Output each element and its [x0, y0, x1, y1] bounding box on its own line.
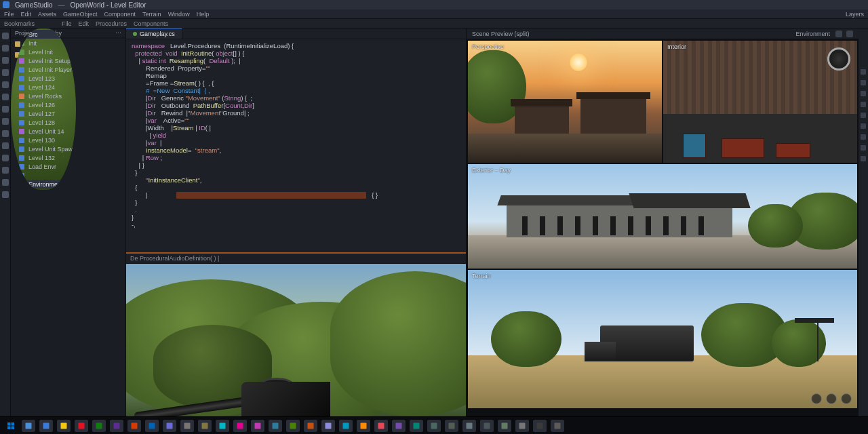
menu-terrain[interactable]: Terrain [142, 11, 161, 18]
taskbar-notepad-icon[interactable] [445, 420, 458, 432]
tb2-bookmarks[interactable]: Bookmarks [4, 20, 35, 27]
taskbar-search-icon[interactable] [22, 420, 35, 432]
taskbar-vlc-icon[interactable] [357, 420, 370, 432]
menu-edit[interactable]: Edit [21, 11, 32, 18]
taskbar-cortana-icon[interactable] [39, 420, 53, 432]
taskbar-terminal-icon[interactable] [392, 420, 406, 432]
taskbar-photoshop-icon[interactable] [304, 420, 317, 432]
dock-icon[interactable] [861, 123, 866, 129]
taskbar-edge-icon[interactable] [75, 420, 88, 432]
nav-icon[interactable] [2, 155, 9, 161]
preview-tool-settings-icon[interactable] [846, 31, 853, 37]
viewport-interior[interactable]: Interior [663, 41, 857, 163]
dock-icon[interactable] [861, 69, 866, 75]
viewport-first-person[interactable]: RIOVTUABE [126, 263, 466, 416]
dock-icon[interactable] [861, 156, 866, 161]
taskbar-ppt-icon[interactable] [163, 420, 176, 432]
taskbar-git-icon[interactable] [515, 420, 529, 432]
menu-window[interactable]: Window [168, 11, 190, 18]
build-icon[interactable] [2, 94, 9, 100]
scm-icon[interactable] [2, 57, 9, 64]
taskbar-firefox-icon[interactable] [286, 420, 300, 432]
taskbar-teams-icon[interactable] [480, 420, 494, 432]
taskbar-discord-icon[interactable] [251, 420, 264, 432]
menu-component[interactable]: Component [104, 11, 136, 18]
taskbar-unity-icon[interactable] [198, 420, 212, 432]
taskbar-word-icon[interactable] [127, 420, 141, 432]
side-panel-more-icon[interactable]: ⋯ [115, 30, 121, 37]
tree-item[interactable]: Level 130 [11, 136, 76, 144]
dock-icon[interactable] [861, 113, 866, 118]
taskbar-explorer-icon[interactable] [57, 420, 71, 432]
taskbar-obs-icon[interactable] [339, 420, 353, 432]
viewport-exterior-day[interactable]: Exterior – Day [468, 164, 857, 269]
tree-item[interactable]: Level Rocks [11, 92, 76, 100]
tree-item[interactable] [11, 171, 76, 180]
tree-item[interactable]: Level Init Setup [11, 56, 76, 65]
taskbar-settings-icon[interactable] [410, 420, 423, 432]
menu-file[interactable]: File [4, 11, 14, 18]
ai-icon[interactable] [2, 142, 9, 149]
debug-icon[interactable] [2, 69, 9, 76]
search-icon[interactable] [2, 45, 9, 52]
profiler-icon[interactable] [2, 191, 9, 198]
viewport-terrain[interactable]: Terrain [468, 270, 857, 408]
taskbar-steam-icon[interactable] [233, 420, 247, 432]
tree-item[interactable]: Level 127 [11, 109, 76, 118]
taskbar-blender-icon[interactable] [321, 420, 335, 432]
viewport-perspective[interactable]: Perspective [468, 41, 662, 163]
tree-item[interactable]: Level 126 [11, 100, 76, 109]
taskbar-mail-icon[interactable] [110, 420, 123, 432]
file-tree[interactable]: SrcInitLevel InitLevel Init SetupLevel I… [11, 28, 76, 190]
taskbar-chrome-icon[interactable] [269, 420, 282, 432]
tb2-file[interactable]: File [62, 20, 72, 27]
tree-item[interactable]: Level 123 [11, 74, 76, 83]
tb2-components[interactable]: Components [134, 20, 168, 27]
menu-assets[interactable]: Assets [38, 11, 56, 18]
lighting-icon[interactable] [2, 118, 9, 125]
taskbar-windows-icon[interactable] [4, 420, 18, 432]
taskbar-spotify-icon[interactable] [374, 420, 388, 432]
taskbar-vs-icon[interactable] [180, 420, 194, 432]
windows-taskbar[interactable] [0, 416, 868, 434]
taskbar-snip-icon[interactable] [462, 420, 476, 432]
tree-item[interactable]: Level 128 [11, 118, 76, 127]
tb2-procedures[interactable]: Procedures [96, 20, 127, 27]
viewport-light-icon[interactable] [826, 393, 837, 404]
tree-item[interactable]: Level Init Player [11, 65, 76, 74]
tree-item[interactable]: Level Unit 14 [11, 127, 76, 136]
tree-item[interactable]: Level Unit Spawn [11, 144, 76, 153]
menu-help[interactable]: Help [197, 11, 210, 18]
net-icon[interactable] [2, 179, 9, 186]
menu-gameobject[interactable]: GameObject [63, 11, 98, 18]
taskbar-excel-icon[interactable] [145, 420, 159, 432]
viewport-camera-icon[interactable] [811, 393, 822, 404]
explorer-icon[interactable] [2, 33, 9, 39]
tb2-edit[interactable]: Edit [79, 20, 90, 27]
menu-layers[interactable]: Layers [846, 11, 864, 18]
taskbar-store-icon[interactable] [92, 420, 106, 432]
dock-icon[interactable] [861, 134, 866, 140]
taskbar-ue-icon[interactable] [216, 420, 229, 432]
physics-icon[interactable] [2, 167, 9, 174]
taskbar-docker-icon[interactable] [551, 420, 564, 432]
tree-item[interactable]: Load Envr [11, 162, 76, 171]
viewport-settings-icon[interactable] [841, 393, 852, 404]
tree-item[interactable]: Level 132 [11, 153, 76, 162]
tree-item[interactable]: Level Init [11, 47, 76, 56]
taskbar-slack-icon[interactable] [498, 420, 511, 432]
dock-icon[interactable] [861, 80, 866, 85]
dock-icon[interactable] [861, 145, 866, 151]
tab-gameplay[interactable]: Gameplay.cs [126, 28, 182, 39]
audio-icon[interactable] [2, 130, 9, 137]
tree-item[interactable]: Environment [11, 180, 76, 189]
taskbar-calc-icon[interactable] [427, 420, 441, 432]
taskbar-node-icon[interactable] [533, 420, 547, 432]
dock-icon[interactable] [861, 102, 866, 107]
extensions-icon[interactable] [2, 81, 9, 88]
terrain-icon[interactable] [2, 106, 9, 113]
tree-item[interactable]: Level 124 [11, 83, 76, 92]
preview-tool-refresh-icon[interactable] [835, 31, 842, 37]
dock-icon[interactable] [861, 91, 866, 96]
code-editor[interactable]: namespace Level.Procedures (RuntimeIniti… [126, 39, 466, 254]
